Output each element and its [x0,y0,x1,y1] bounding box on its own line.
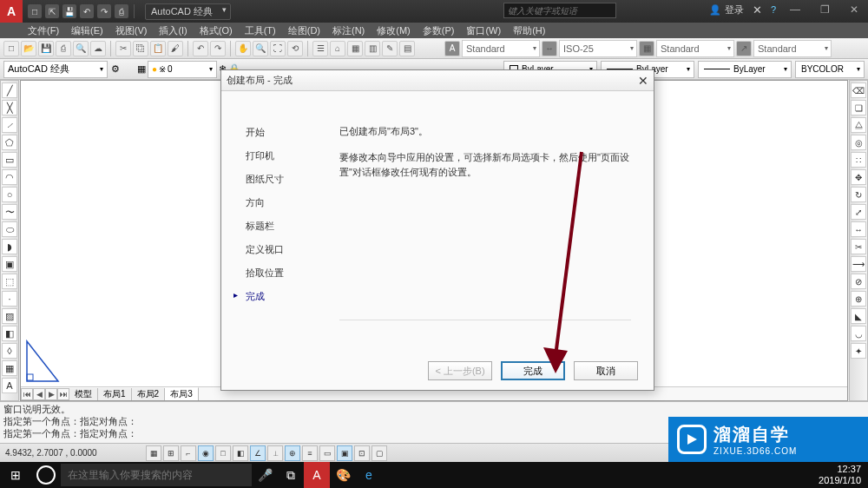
mleaderstyle-icon[interactable]: ↗ [736,41,752,56]
tab-layout2[interactable]: 布局2 [132,388,166,400]
mleaderstyle-dropdown[interactable]: Standard [753,40,832,57]
back-button[interactable]: < 上一步(B) [428,361,492,380]
xline-icon[interactable]: ╳ [2,100,17,115]
zoom-icon[interactable]: 🔍 [253,41,268,56]
tablestyle-icon[interactable]: ▦ [639,41,654,56]
step-printer[interactable]: 打印机 [235,148,322,164]
toolpalette-icon[interactable]: ▦ [347,41,363,56]
sc-toggle[interactable]: ⊡ [354,445,370,461]
step-papersize[interactable]: 图纸尺寸 [235,171,322,188]
dimstyle-dropdown[interactable]: ISO-25 [559,40,637,57]
grid-toggle[interactable]: ⊞ [163,445,179,461]
ellipsearc-icon[interactable]: ◗ [2,239,17,254]
trim-icon[interactable]: ✂ [851,239,866,254]
dialog-titlebar[interactable]: 创建布局 - 完成 ✕ [221,70,654,91]
dialog-close-button[interactable]: ✕ [638,74,648,88]
layer-dropdown[interactable]: ●※0 [148,61,217,78]
app2-taskicon[interactable]: 🎨 [330,462,356,488]
3dosnap-toggle[interactable]: ◧ [233,445,248,461]
menu-view[interactable]: 视图(V) [110,23,153,38]
start-button[interactable]: ⊞ [0,462,31,488]
workspace-dropdown[interactable]: AutoCAD 经典 [3,61,108,78]
qat-redo-icon[interactable]: ↷ [97,4,111,18]
tab-layout3[interactable]: 布局3 [165,387,199,400]
help-search-input[interactable] [503,3,616,18]
pline-icon[interactable]: ⟋ [2,117,17,133]
menu-window[interactable]: 窗口(W) [461,23,506,38]
menu-tools[interactable]: 工具(T) [240,23,281,38]
step-viewport[interactable]: 定义视口 [235,241,322,258]
menu-parametric[interactable]: 参数(P) [418,23,460,38]
window-close-button[interactable]: ✕ [844,2,865,17]
properties-icon[interactable]: ☰ [312,41,328,56]
pan-icon[interactable]: ✋ [235,41,251,56]
move-icon[interactable]: ✥ [851,169,866,185]
markup-icon[interactable]: ✎ [382,41,398,56]
arc-icon[interactable]: ◠ [2,169,17,185]
menu-format[interactable]: 格式(O) [194,23,238,38]
tablestyle-dropdown[interactable]: Standard [656,40,734,57]
designcenter-icon[interactable]: ⌂ [330,41,345,56]
exchange-icon[interactable]: ✕ [753,3,762,16]
otrack-toggle[interactable]: ∠ [250,445,266,461]
qat-undo-icon[interactable]: ↶ [80,4,94,18]
help-icon[interactable]: ? [771,4,776,15]
save-icon[interactable]: 💾 [38,41,54,56]
dyn-toggle[interactable]: ⊕ [285,445,300,461]
open-icon[interactable]: 📂 [21,41,36,56]
polar-toggle[interactable]: ◉ [198,445,214,461]
undo-icon[interactable]: ↶ [193,41,208,56]
table-icon[interactable]: ▦ [2,360,17,376]
layermanager-icon[interactable]: ▦ [137,63,146,75]
copy-icon[interactable]: ⿻ [133,41,148,56]
match-icon[interactable]: 🖌 [168,41,183,56]
model-toggle[interactable]: ▢ [372,445,387,461]
step-orientation[interactable]: 方向 [235,195,322,211]
system-clock[interactable]: 12:37 2019/1/10 [819,464,868,486]
rectangle-icon[interactable]: ▭ [2,152,17,168]
cancel-button[interactable]: 取消 [574,361,638,380]
osnap-toggle[interactable]: □ [215,445,231,461]
finish-button[interactable]: 完成 [501,361,565,380]
gradient-icon[interactable]: ◧ [2,326,17,341]
circle-icon[interactable]: ○ [2,187,17,202]
hatch-icon[interactable]: ▨ [2,308,17,324]
copy-obj-icon[interactable]: ❏ [851,100,866,115]
step-begin[interactable]: 开始 [235,124,322,141]
menu-file[interactable]: 文件(F) [23,23,64,38]
extend-icon[interactable]: ⟶ [851,256,866,272]
cut-icon[interactable]: ✂ [115,41,131,56]
ducs-toggle[interactable]: ⟂ [267,445,283,461]
cortana-icon[interactable] [36,465,56,485]
qat-save-icon[interactable]: 💾 [62,4,76,18]
sheet-icon[interactable]: ▥ [365,41,380,56]
snap-toggle[interactable]: ▦ [146,445,161,461]
step-pick[interactable]: 拾取位置 [235,265,322,281]
new-icon[interactable]: □ [3,41,19,56]
fillet-icon[interactable]: ◡ [851,326,866,341]
tab-layout1[interactable]: 布局1 [98,388,132,400]
tab-next-icon[interactable]: ▶ [45,388,57,400]
rotate-icon[interactable]: ↻ [851,187,866,202]
qat-print-icon[interactable]: ⎙ [115,4,128,18]
chamfer-icon[interactable]: ◣ [851,308,866,324]
tab-first-icon[interactable]: ⏮ [21,388,33,400]
line-icon[interactable]: ╱ [2,82,17,98]
taskview-icon[interactable]: ⧉ [278,462,304,488]
lwt-toggle[interactable]: ≡ [302,445,318,461]
tpy-toggle[interactable]: ▭ [319,445,335,461]
publish-icon[interactable]: ☁ [90,41,106,56]
menu-dimension[interactable]: 标注(N) [327,23,370,38]
menu-insert[interactable]: 插入(I) [154,23,192,38]
mic-icon[interactable]: 🎤 [252,462,278,488]
workspace-settings-icon[interactable]: ⚙ [111,63,120,75]
qp-toggle[interactable]: ▣ [337,445,352,461]
qat-open-icon[interactable]: ⇱ [45,4,59,18]
explode-icon[interactable]: ✦ [851,343,866,359]
step-finish[interactable]: 完成 [235,288,322,305]
stretch-icon[interactable]: ↔ [851,221,866,237]
array-icon[interactable]: ∷ [851,152,866,168]
break-icon[interactable]: ⊘ [851,274,866,289]
ellipse-icon[interactable]: ⬭ [2,221,17,237]
insert-icon[interactable]: ▣ [2,256,17,272]
